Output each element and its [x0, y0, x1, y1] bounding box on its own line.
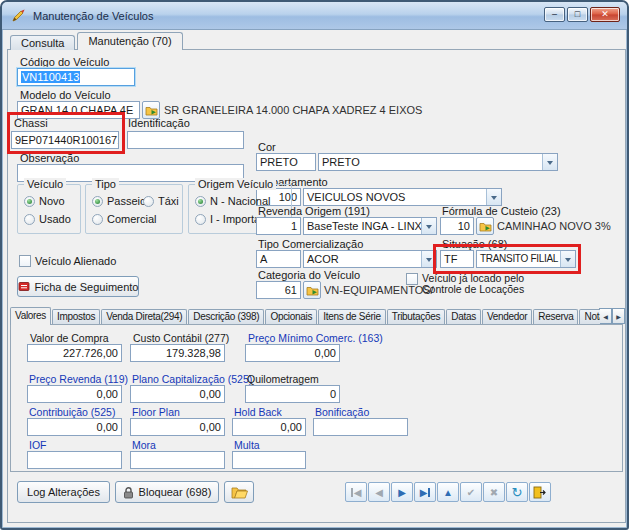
- hold-back-label: Hold Back: [234, 406, 282, 418]
- title-bar[interactable]: Manutenção de Veículos – □ ✕: [2, 2, 627, 30]
- veiculo-alienado-checkbox[interactable]: Veículo Alienado: [19, 255, 116, 267]
- nav-prev-button[interactable]: ◀: [368, 482, 390, 502]
- main-tab-strip: Consulta Manutenção (70): [10, 32, 185, 50]
- codigo-veiculo-field[interactable]: VN1100413: [17, 68, 135, 86]
- formula-code-field[interactable]: 10: [440, 217, 474, 235]
- floor-plan-field[interactable]: 0,00: [130, 418, 225, 436]
- tab-descricao[interactable]: Descrição (398): [188, 309, 264, 324]
- veiculo-groupbox: Veículo Novo Usado: [17, 184, 81, 234]
- veiculo-locado-label: Veículo já locado pelo Controle de Locaç…: [422, 273, 534, 295]
- nav-confirm-button[interactable]: ✔: [460, 482, 482, 502]
- maximize-button[interactable]: □: [567, 7, 588, 22]
- radio-taxi-label: Táxi: [158, 195, 179, 207]
- modelo-veiculo-label: Modelo do Veículo: [20, 89, 111, 101]
- nav-up-button[interactable]: ▲: [437, 482, 459, 502]
- tab-vendedor[interactable]: Vendedor: [482, 309, 532, 324]
- tipo-comercializacao-dropdown[interactable]: ACOR: [303, 250, 437, 268]
- tab-tributacoes[interactable]: Tributações: [387, 309, 446, 324]
- mora-field[interactable]: [130, 451, 225, 469]
- codigo-veiculo-value: VN1100413: [21, 71, 80, 83]
- tab-datas[interactable]: Datas: [446, 309, 481, 324]
- codigo-veiculo-label: Código do Veículo: [20, 56, 109, 68]
- situacao-dropdown[interactable]: TRANSITO FILIAL: [476, 250, 576, 268]
- floor-plan-label: Floor Plan: [132, 406, 180, 418]
- exit-button[interactable]: [529, 482, 551, 502]
- nav-first-button[interactable]: ◀: [345, 482, 367, 502]
- bloquear-button[interactable]: Bloquear (698): [115, 481, 219, 503]
- log-alteracoes-label: Log Alterações: [27, 486, 100, 498]
- revenda-code-field[interactable]: 1: [256, 217, 301, 235]
- cor-label: Cor: [258, 141, 276, 153]
- tab-manutencao[interactable]: Manutenção (70): [77, 32, 182, 50]
- nav-cancel-button[interactable]: ✖: [483, 482, 505, 502]
- preco-minimo-field[interactable]: 0,00: [245, 344, 340, 362]
- ficha-seguimento-label: Ficha de Seguimento: [35, 281, 139, 293]
- tipo-comercializacao-code-field[interactable]: A: [256, 250, 301, 268]
- radio-novo[interactable]: Novo: [24, 195, 65, 207]
- tab-itens-serie[interactable]: Itens de Série: [318, 309, 386, 324]
- bonificacao-field[interactable]: [313, 418, 408, 436]
- nav-next-button[interactable]: ▶: [391, 482, 413, 502]
- ficha-seguimento-button[interactable]: Ficha de Seguimento: [17, 276, 139, 297]
- radio-icon: [92, 214, 103, 225]
- radio-comercial[interactable]: Comercial: [92, 213, 157, 225]
- radio-icon: [24, 196, 35, 207]
- cor-code-field[interactable]: PRETO: [256, 153, 316, 171]
- chevron-down-icon[interactable]: [421, 251, 436, 267]
- contribuicao-field[interactable]: 0,00: [27, 418, 122, 436]
- departamento-dropdown[interactable]: VEICULOS NOVOS: [303, 188, 502, 206]
- quilometragem-field[interactable]: 0: [245, 385, 340, 403]
- chevron-down-icon[interactable]: [560, 251, 575, 267]
- chevron-down-icon[interactable]: [542, 154, 557, 170]
- chevron-down-icon[interactable]: [421, 218, 436, 234]
- nav-refresh-button[interactable]: ↻: [506, 482, 528, 502]
- revenda-origem-label: Revenda Origem (191): [258, 205, 370, 217]
- tab-scroll-left-icon[interactable]: ◀: [599, 308, 612, 324]
- log-alteracoes-button[interactable]: Log Alterações: [17, 481, 110, 503]
- tab-impostos[interactable]: Impostos: [52, 309, 100, 324]
- iof-field[interactable]: [27, 451, 122, 469]
- open-folder-button[interactable]: [224, 481, 254, 503]
- chassi-field[interactable]: 9EP071440R1001671: [11, 131, 119, 149]
- tab-notas-fiscais[interactable]: Notas Fiscais: [579, 309, 600, 324]
- formula-browse-button[interactable]: [476, 217, 494, 235]
- tab-reserva[interactable]: Reserva: [533, 309, 578, 324]
- radio-icon: [92, 196, 103, 207]
- radio-comercial-label: Comercial: [107, 213, 157, 225]
- bar-icon: [428, 488, 430, 497]
- revenda-dropdown-value: BaseTeste INGA - LINX -: [304, 218, 421, 234]
- radio-usado[interactable]: Usado: [24, 213, 71, 225]
- categoria-browse-button[interactable]: [303, 281, 321, 299]
- situacao-label: Situação (68): [442, 238, 507, 250]
- identificacao-field[interactable]: [127, 131, 244, 149]
- minimize-button[interactable]: –: [544, 7, 565, 22]
- categoria-code-field[interactable]: 61: [256, 281, 301, 299]
- tab-opcionais[interactable]: Opcionais: [265, 309, 317, 324]
- revenda-dropdown[interactable]: BaseTeste INGA - LINX -: [303, 217, 437, 235]
- multa-field[interactable]: [232, 451, 306, 469]
- tab-venda-direta[interactable]: Venda Direta(294): [101, 309, 187, 324]
- tab-valores[interactable]: Valores: [10, 307, 51, 325]
- cor-dropdown[interactable]: PRETO: [318, 153, 558, 171]
- tab-scroll-right-icon[interactable]: ▶: [612, 308, 625, 324]
- hold-back-field[interactable]: 0,00: [232, 418, 306, 436]
- last-record-icon: ▶: [420, 487, 428, 498]
- situacao-code-field[interactable]: TF: [440, 250, 474, 268]
- close-button[interactable]: ✕: [590, 7, 620, 22]
- plano-capitalizacao-field[interactable]: 0,00: [130, 385, 225, 403]
- tab-consulta[interactable]: Consulta: [10, 35, 75, 50]
- tipo-groupbox: Tipo Passeio Táxi Comercial: [85, 184, 183, 234]
- radio-taxi[interactable]: Táxi: [143, 195, 179, 207]
- veiculo-locado-checkbox[interactable]: Veículo já locado pelo Controle de Locaç…: [406, 273, 534, 295]
- categoria-veiculo-label: Categoria do Veículo: [258, 269, 360, 281]
- custo-contabil-field[interactable]: 179.328,98: [130, 344, 225, 362]
- radio-passeio[interactable]: Passeio: [92, 195, 146, 207]
- chevron-down-icon[interactable]: [486, 189, 501, 205]
- valor-compra-field[interactable]: 227.726,00: [27, 344, 122, 362]
- open-folder-icon: [231, 486, 248, 499]
- nav-last-button[interactable]: ▶: [414, 482, 436, 502]
- exit-door-icon: [533, 486, 547, 499]
- preco-revenda-field[interactable]: 0,00: [27, 385, 122, 403]
- checkbox-icon: [19, 255, 31, 267]
- first-record-icon: ◀: [354, 487, 362, 498]
